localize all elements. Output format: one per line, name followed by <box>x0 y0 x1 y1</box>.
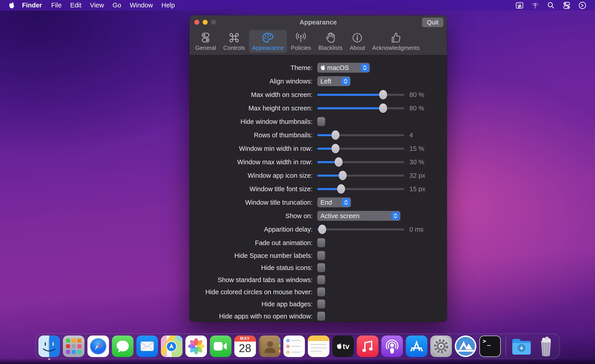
menu-item-window[interactable]: Window <box>125 0 157 11</box>
window-switcher-icon[interactable] <box>515 1 524 10</box>
label-theme: Theme: <box>189 64 312 72</box>
dock-reminders-icon[interactable] <box>283 336 305 357</box>
dock-notes-icon[interactable] <box>308 336 329 357</box>
checkbox-hide-status-icons[interactable] <box>317 263 325 272</box>
slider-track[interactable] <box>317 134 404 136</box>
dock-appstore-icon[interactable] <box>406 336 427 357</box>
control-hide-app-badges <box>317 300 325 309</box>
dropdown-theme[interactable]: macOS <box>317 63 370 73</box>
tab-controls[interactable]: Controls <box>220 30 248 53</box>
control-window-max-width-in-row: 30 % <box>317 157 424 167</box>
label-rows-of-thumbnails: Rows of thumbnails: <box>189 131 312 139</box>
user-circle-icon[interactable] <box>578 1 587 10</box>
tab-about[interactable]: About <box>347 30 368 53</box>
slider-thumb[interactable] <box>379 90 387 99</box>
control-apparition-delay: 0 ms <box>317 224 424 234</box>
slider-max-width-on-screen[interactable] <box>317 90 404 100</box>
slider-thumb[interactable] <box>379 103 387 113</box>
setting-row-window-app-icon-size: Window app icon size: 32 px <box>189 169 447 182</box>
checkbox-hide-app-badges[interactable] <box>317 300 325 309</box>
wifi-warning-icon[interactable] <box>531 1 540 10</box>
slider-apparition-delay[interactable] <box>317 224 404 234</box>
menu-item-file[interactable]: File <box>47 0 66 11</box>
slider-rows-of-thumbnails[interactable] <box>317 130 404 140</box>
menu-items: FinderFileEditViewGoWindowHelp <box>17 0 179 11</box>
label-hide-space-number-labels: Hide Space number labels: <box>189 252 312 259</box>
dock-maps-icon[interactable] <box>161 336 183 357</box>
menu-item-help[interactable]: Help <box>157 0 179 11</box>
slider-track[interactable] <box>317 107 404 109</box>
dock-terminal-icon[interactable]: > _ <box>479 336 501 357</box>
dock-calendar-icon[interactable]: MAY 28 <box>234 336 256 357</box>
tab-label: Appearance <box>252 44 283 51</box>
dock-safari-icon[interactable] <box>87 336 109 357</box>
control-window-app-icon-size: 32 px <box>317 171 425 180</box>
slider-window-app-icon-size[interactable] <box>317 171 404 180</box>
dock-finder-icon[interactable] <box>38 336 60 357</box>
slider-thumb[interactable] <box>332 144 340 153</box>
slider-track[interactable] <box>317 94 404 96</box>
dock-podcasts-icon[interactable] <box>381 336 403 357</box>
control-window-title-font-size: 15 px <box>317 184 425 194</box>
menu-status-icons <box>515 1 587 10</box>
window-titlebar[interactable]: Appearance Quit <box>189 15 447 29</box>
slider-thumb[interactable] <box>335 157 343 167</box>
menu-item-finder[interactable]: Finder <box>17 0 47 11</box>
menu-item-go[interactable]: Go <box>108 0 126 11</box>
dock-systempreferences-icon[interactable] <box>430 336 452 357</box>
tab-acknowledgments[interactable]: Acknowledgments <box>369 30 423 53</box>
checkbox-hide-apps-with-no-open-window[interactable] <box>317 312 325 321</box>
slider-track[interactable] <box>317 188 404 190</box>
tab-appearance[interactable]: Appearance <box>249 30 287 53</box>
slider-fill <box>317 148 333 150</box>
menu-bar: FinderFileEditViewGoWindowHelp <box>0 0 595 11</box>
tab-label: Controls <box>223 44 245 51</box>
dropdown-window-title-truncation[interactable]: End <box>317 198 351 207</box>
tab-label: Acknowledgments <box>372 44 419 51</box>
slider-track[interactable] <box>317 228 404 230</box>
slider-window-max-width-in-row[interactable] <box>317 157 404 167</box>
slider-thumb[interactable] <box>337 184 345 194</box>
slider-window-min-width-in-row[interactable] <box>317 144 404 153</box>
slider-window-title-font-size[interactable] <box>317 184 404 194</box>
tab-blacklists[interactable]: Blacklists <box>315 30 346 53</box>
slider-thumb[interactable] <box>339 171 347 180</box>
checkbox-hide-space-number-labels[interactable] <box>317 251 325 260</box>
setting-row-max-height-on-screen: Max height on screen: 80 % <box>189 102 447 115</box>
preferences-tab-bar: General Controls Appearance Policies Bla… <box>189 29 447 55</box>
checkbox-hide-window-thumbnails[interactable] <box>317 117 325 126</box>
slider-track[interactable] <box>317 148 404 150</box>
checkbox-show-standard-tabs-as-windows[interactable] <box>317 275 325 284</box>
dock-downloads-icon[interactable] <box>511 336 532 357</box>
dock-photos-icon[interactable] <box>185 336 207 357</box>
dropdown-show-on[interactable]: Active screen <box>317 211 400 221</box>
menu-item-view[interactable]: View <box>86 0 108 11</box>
menu-item-edit[interactable]: Edit <box>66 0 86 11</box>
dock-mail-icon[interactable] <box>136 336 158 357</box>
checkbox-hide-colored-circles-on-mouse-hover[interactable] <box>317 288 325 296</box>
slider-max-height-on-screen[interactable] <box>317 103 404 113</box>
slider-fill <box>317 161 336 163</box>
dock-launchpad-icon[interactable] <box>63 336 85 357</box>
slider-track[interactable] <box>317 161 404 163</box>
slider-track[interactable] <box>317 175 404 177</box>
calendar-day: 28 <box>234 342 256 357</box>
dock-alttab-icon[interactable] <box>455 336 476 357</box>
dropdown-align-windows[interactable]: Left <box>317 76 351 86</box>
tab-policies[interactable]: Policies <box>288 30 314 53</box>
apple-menu-icon[interactable] <box>8 2 16 9</box>
dock-trash-icon[interactable] <box>535 336 557 357</box>
control-center-icon[interactable] <box>562 1 571 10</box>
control-rows-of-thumbnails: 4 <box>317 130 413 140</box>
slider-thumb[interactable] <box>318 225 326 234</box>
dock-messages-icon[interactable] <box>112 336 134 357</box>
checkbox-fade-out-animation[interactable] <box>317 238 325 247</box>
dock-contacts-icon[interactable] <box>259 336 280 357</box>
quit-button[interactable]: Quit <box>422 18 443 27</box>
dock-facetime-icon[interactable] <box>210 336 231 357</box>
spotlight-search-icon[interactable] <box>546 1 555 10</box>
dock-tv-icon[interactable]: tv <box>332 336 354 357</box>
dock-music-icon[interactable] <box>357 336 378 357</box>
slider-thumb[interactable] <box>332 130 340 140</box>
tab-general[interactable]: General <box>192 30 219 53</box>
